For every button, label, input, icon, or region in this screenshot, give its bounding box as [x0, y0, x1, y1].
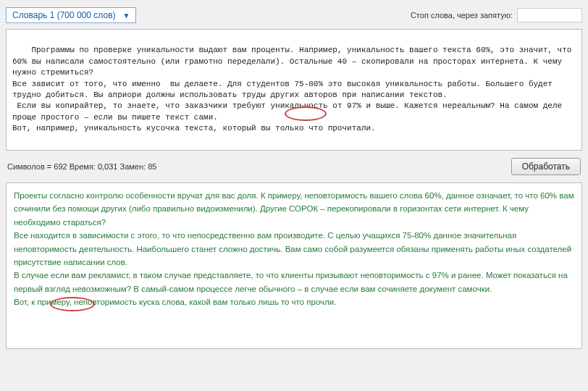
- dictionary-dropdown[interactable]: Словарь 1 (700 000 слов) ▼: [6, 7, 136, 23]
- stats-info: Символов = 692 Время: 0,031 Замен: 85: [7, 162, 156, 171]
- stop-words-input[interactable]: [517, 8, 582, 22]
- stats-bar: Символов = 692 Время: 0,031 Замен: 85 Об…: [6, 151, 582, 182]
- chevron-down-icon: ▼: [123, 12, 130, 20]
- chars-value: 692: [54, 162, 67, 171]
- process-button[interactable]: Обработать: [511, 158, 581, 175]
- repl-label: Замен:: [117, 162, 148, 171]
- stop-words-label: Стоп слова, через запятую:: [411, 11, 513, 20]
- time-label: Время:: [67, 162, 98, 171]
- dictionary-label: Словарь 1 (700 000 слов): [12, 10, 116, 20]
- output-paragraph: Все находится в зависимости с этого, то …: [14, 229, 574, 269]
- repl-value: 85: [148, 162, 156, 171]
- time-value: 0,031: [98, 162, 118, 171]
- output-panel: Проекты согласно контролю особенности вр…: [6, 182, 582, 349]
- input-textarea[interactable]: Программы по проверке уникальности выдаю…: [6, 29, 582, 151]
- chars-label: Символов =: [7, 162, 54, 171]
- output-paragraph: В случае если вам рекламист, в таком слу…: [14, 269, 574, 295]
- input-text-content: Программы по проверке уникальности выдаю…: [12, 46, 576, 133]
- output-paragraph: Вот, к примеру, неповторимость куска сло…: [14, 295, 574, 308]
- app-root: Словарь 1 (700 000 слов) ▼ Стоп слова, ч…: [0, 0, 588, 353]
- top-bar: Словарь 1 (700 000 слов) ▼ Стоп слова, ч…: [6, 4, 582, 29]
- output-paragraph: Проекты согласно контролю особенности вр…: [14, 189, 574, 229]
